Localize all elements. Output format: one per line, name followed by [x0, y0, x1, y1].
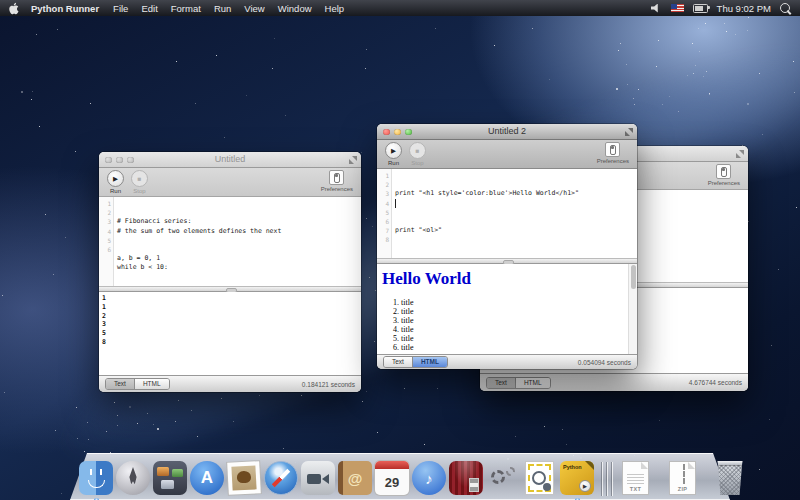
dock-trash[interactable]	[712, 460, 748, 496]
dock-txt-file[interactable]: TXT	[618, 460, 654, 496]
list-item: title	[401, 307, 637, 316]
tab-text[interactable]: Text	[384, 357, 413, 367]
text-caret	[395, 199, 396, 208]
input-source-flag-icon[interactable]	[671, 4, 684, 12]
address-book-icon: @	[338, 461, 372, 495]
code-editor[interactable]: 12 34 56 78 print "<h1 style='color:blue…	[377, 169, 637, 258]
dock-safari[interactable]	[263, 460, 299, 496]
fullscreen-icon[interactable]	[625, 128, 633, 136]
toolbar: ▶ Run ■ Stop Preferences	[99, 168, 361, 197]
code-text[interactable]: # Fibonacci series:# the sum of two elem…	[114, 197, 361, 286]
python-runner-icon: Python▶	[560, 461, 594, 495]
html-output-area[interactable]: Hello World title title title title titl…	[377, 264, 637, 354]
dock-mission-control[interactable]	[152, 460, 188, 496]
apple-menu-icon[interactable]	[8, 2, 19, 15]
menu-run[interactable]: Run	[214, 3, 231, 14]
dock-address-book[interactable]: @	[337, 460, 373, 496]
output-area[interactable]: 11 23 58	[99, 292, 361, 375]
desktop: Python Runner File Edit Format Run View …	[0, 0, 800, 500]
menu-bar: Python Runner File Edit Format Run View …	[0, 0, 800, 16]
dock-photo-booth[interactable]	[448, 460, 484, 496]
stop-icon: ■	[131, 170, 148, 187]
dock-python-runner[interactable]: Python▶	[559, 460, 595, 496]
gears-icon	[486, 461, 520, 495]
code-text[interactable]: print "<h1 style='color:blue'>Hello Worl…	[392, 169, 637, 258]
menu-format[interactable]: Format	[171, 3, 201, 14]
dock-finder[interactable]	[78, 460, 114, 496]
dock: A @ 29 ♪ Python▶ TXT ZIP	[0, 450, 800, 500]
itunes-icon: ♪	[412, 461, 446, 495]
preferences-button[interactable]: Preferences	[321, 170, 353, 192]
menu-file[interactable]: File	[113, 3, 128, 14]
menu-app-name[interactable]: Python Runner	[31, 3, 99, 14]
toolbar: ▶ Run ■ Stop Preferences	[377, 140, 637, 169]
minimize-button[interactable]	[116, 157, 123, 164]
dock-system-preferences[interactable]	[485, 460, 521, 496]
code-editor[interactable]: 12 34 56 # Fibonacci series:# the sum of…	[99, 197, 361, 286]
stop-button[interactable]: ■ Stop	[409, 142, 426, 166]
dock-zip-file[interactable]: ZIP	[665, 460, 701, 496]
txt-file-icon: TXT	[623, 462, 648, 494]
tab-html[interactable]: HTML	[135, 379, 169, 389]
tab-text[interactable]: Text	[106, 379, 135, 389]
scrollbar-thumb[interactable]	[631, 265, 636, 289]
dock-find-app[interactable]	[522, 460, 558, 496]
stop-icon: ■	[409, 142, 426, 159]
play-icon: ▶	[107, 170, 124, 187]
dock-app-store[interactable]: A	[189, 460, 225, 496]
window-untitled: Untitled ▶ Run ■ Stop Preferences 12 34 …	[99, 152, 361, 392]
preferences-button[interactable]: Preferences	[708, 164, 740, 186]
status-bar: Text HTML 0.054094 seconds	[377, 354, 637, 369]
play-icon: ▶	[385, 142, 402, 159]
menu-clock[interactable]: Thu 9:02 PM	[717, 3, 771, 14]
zoom-button[interactable]	[127, 157, 134, 164]
run-button[interactable]: ▶ Run	[107, 170, 124, 194]
line-number-gutter: 12 34 56 78	[377, 169, 392, 258]
elapsed-time: 0.054094 seconds	[578, 359, 631, 366]
close-button[interactable]	[105, 157, 112, 164]
menu-view[interactable]: View	[244, 3, 264, 14]
launchpad-icon	[116, 461, 150, 495]
elapsed-time: 0.184121 seconds	[302, 381, 355, 388]
minimize-button[interactable]	[394, 129, 401, 136]
window-title: Untitled	[99, 152, 361, 167]
spotlight-icon[interactable]	[780, 3, 790, 13]
dock-itunes[interactable]: ♪	[411, 460, 447, 496]
run-button[interactable]: ▶ Run	[385, 142, 402, 166]
finder-icon	[79, 461, 113, 495]
list-item: title	[401, 316, 637, 325]
output-mode-segment: Text HTML	[105, 378, 170, 390]
volume-icon[interactable]	[651, 4, 662, 13]
menu-edit[interactable]: Edit	[141, 3, 157, 14]
output-mode-segment: Text HTML	[486, 377, 551, 389]
line-number-gutter: 12 34 56	[99, 197, 114, 286]
zoom-button[interactable]	[405, 129, 412, 136]
dock-ical[interactable]: 29	[374, 460, 410, 496]
dock-facetime[interactable]	[300, 460, 336, 496]
stop-button[interactable]: ■ Stop	[131, 170, 148, 194]
title-bar[interactable]: Untitled	[99, 152, 361, 168]
battery-icon[interactable]	[693, 4, 708, 13]
preferences-icon	[716, 164, 731, 179]
preferences-button[interactable]: Preferences	[597, 142, 629, 164]
title-bar[interactable]: Untitled 2	[377, 124, 637, 140]
fullscreen-icon[interactable]	[736, 150, 744, 158]
output-heading: Hello World	[382, 269, 637, 289]
list-item: title	[401, 334, 637, 343]
tab-html[interactable]: HTML	[413, 357, 447, 367]
mail-icon	[227, 461, 261, 495]
menu-window[interactable]: Window	[278, 3, 312, 14]
safari-icon	[264, 461, 298, 495]
dock-launchpad[interactable]	[115, 460, 151, 496]
fullscreen-icon[interactable]	[349, 156, 357, 164]
tab-text[interactable]: Text	[487, 378, 516, 388]
preferences-icon	[329, 170, 344, 185]
photo-booth-icon	[449, 461, 483, 495]
close-button[interactable]	[383, 129, 390, 136]
output-mode-segment: Text HTML	[383, 356, 448, 368]
output-list: title title title title title title	[377, 298, 637, 352]
dock-mail[interactable]	[226, 460, 262, 496]
tab-html[interactable]: HTML	[516, 378, 550, 388]
menu-help[interactable]: Help	[325, 3, 345, 14]
scrollbar[interactable]	[628, 264, 637, 354]
